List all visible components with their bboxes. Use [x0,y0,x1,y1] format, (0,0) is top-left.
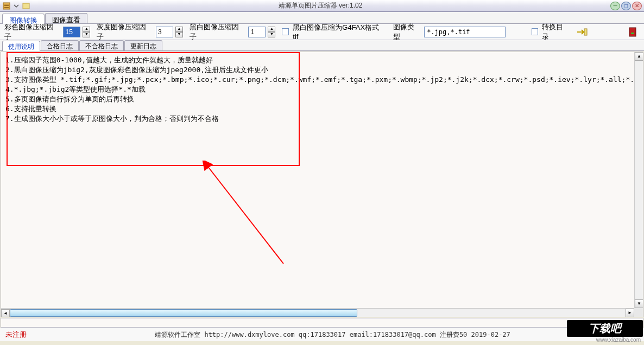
tab-update-log[interactable]: 更新日志 [124,40,162,50]
color-factor-spinner[interactable]: ▲▼ [83,27,90,37]
annotation-arrow [202,161,294,269]
svg-rect-4 [23,3,29,9]
gray-factor-label: 灰度图像压缩因子 [97,22,152,42]
stop-button[interactable] [626,26,640,38]
instruction-line: 7.生成图像大小小于或等于原图像大小，判为合格；否则判为不合格 [5,114,639,124]
gray-factor-input[interactable] [156,27,173,37]
convert-dir-label: 转换目录 [542,22,570,42]
scroll-right-button[interactable]: ► [626,309,634,317]
bw-factor-spinner[interactable]: ▲▼ [268,27,275,37]
scroll-thumb[interactable] [10,309,357,317]
gray-factor-spinner[interactable]: ▲▼ [175,27,183,37]
maximize-button[interactable]: □ [621,2,631,10]
color-factor-input[interactable] [63,27,80,37]
horizontal-scrollbar[interactable]: ◄ ► [1,308,634,317]
dropdown-icon[interactable] [12,2,21,10]
window-title: 靖源单页图片压缩器 ver:1.02 [30,1,610,10]
tab-instructions[interactable]: 使用说明 [2,41,40,51]
g4fax-label: 黑白图像压缩为G4FAX格式tif [293,23,383,41]
svg-rect-2 [4,5,9,6]
scrollbar-corner [634,308,643,317]
instruction-line: 4.*.jbg;*.jbig2等类型使用选择*.*加载 [5,85,639,94]
titlebar: 靖源单页图片压缩器 ver:1.02 ─ □ ✕ [0,0,644,12]
tab-image-convert[interactable]: 图像转换 [2,14,45,24]
app-icon [2,2,11,10]
bw-factor-input[interactable] [248,27,266,37]
toolbar: 彩色图像压缩因子 ▲▼ 灰度图像压缩因子 ▲▼ 黑白图像压缩因子 ▲▼ 黑白图像… [0,24,644,40]
vertical-scrollbar[interactable]: ▲ ▼ [634,52,643,308]
image-type-label: 图像类型 [393,22,421,42]
close-button[interactable]: ✕ [632,2,642,10]
instruction-line: 6.支持批量转换 [5,104,639,114]
convert-dir-checkbox[interactable] [532,28,539,35]
svg-rect-3 [4,7,9,8]
instruction-line: 2.黑白图像压缩为jbig2,灰度图像彩色图像压缩为jpeg2000,注册后生成… [5,65,639,75]
svg-line-8 [207,166,283,264]
tab-fail-log[interactable]: 不合格日志 [79,40,124,50]
svg-rect-6 [629,28,636,36]
svg-rect-1 [4,4,9,4]
toolbar-icon-1[interactable] [22,2,30,10]
minimize-button[interactable]: ─ [610,2,620,10]
instruction-line: 5.多页图像请自行拆分为单页的后再转换 [5,94,639,104]
scroll-down-button[interactable]: ▼ [635,299,643,308]
svg-rect-5 [584,29,587,35]
sub-tabs: 使用说明 合格日志 不合格日志 更新日志 [0,40,644,51]
image-type-input[interactable] [424,27,506,37]
scroll-up-button[interactable]: ▲ [635,52,643,61]
status-bar: 未注册 靖源软件工作室 http://www.dxmylove.com qq:1… [0,328,644,341]
content-area: 1.压缩因子范围0-1000,值越大，生成的文件就越大，质量就越好 2.黑白图像… [1,52,643,317]
footer-info: 靖源软件工作室 http://www.dxmylove.com qq:17183… [27,330,639,340]
instructions-text: 1.压缩因子范围0-1000,值越大，生成的文件就越大，质量就越好 2.黑白图像… [1,52,643,127]
scroll-left-button[interactable]: ◄ [1,309,10,317]
registration-status: 未注册 [5,330,27,340]
run-button[interactable] [576,26,590,38]
instruction-line: 1.压缩因子范围0-1000,值越大，生成的文件就越大，质量就越好 [5,55,639,65]
g4fax-checkbox[interactable] [282,28,289,35]
tab-pass-log[interactable]: 合格日志 [41,40,79,50]
bw-factor-label: 黑白图像压缩因子 [190,22,245,42]
instruction-line: 3.支持图像类型 *.tif;*.gif;*.jpg;*.pcx;*.bmp;*… [5,75,639,85]
svg-rect-7 [631,33,634,34]
progress-area [1,318,643,328]
